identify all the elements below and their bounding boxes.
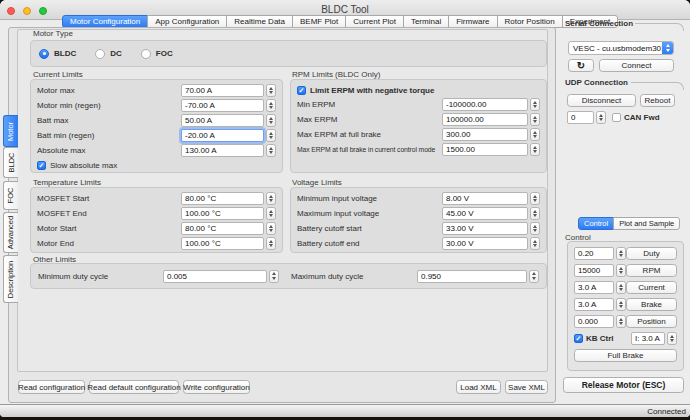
stepper[interactable]: [266, 84, 276, 97]
write-configuration-button[interactable]: Write configuration: [183, 380, 250, 394]
window-title: BLDC Tool: [0, 4, 690, 15]
can-fwd-label: CAN Fwd: [624, 113, 660, 122]
field-label: Max ERPM at full brake in current contro…: [297, 146, 442, 153]
side-tab-foc[interactable]: FOC: [3, 181, 18, 210]
stepper[interactable]: [529, 270, 539, 283]
mosfet-start-input[interactable]: 80.00 °C: [181, 192, 264, 205]
stepper[interactable]: [266, 237, 276, 250]
batt-min-regen-input[interactable]: -20.00 A: [181, 129, 264, 142]
radio-dc[interactable]: [95, 49, 105, 59]
combo-arrows-icon: [662, 42, 673, 54]
brake-input[interactable]: 3.0 A: [574, 298, 614, 311]
save-xml-button[interactable]: Save XML: [505, 380, 548, 394]
absolute-max-input[interactable]: 130.00 A: [181, 144, 264, 157]
side-tab-description[interactable]: Description: [3, 255, 18, 303]
duty-input[interactable]: 0.20: [574, 247, 614, 260]
position-input[interactable]: 0.000: [574, 315, 614, 328]
motor-end-input[interactable]: 100.00 °C: [181, 237, 264, 250]
other-limits-group: Minimum duty cycle 0.005 Maximum duty cy…: [30, 263, 547, 289]
radio-foc[interactable]: [141, 49, 151, 59]
stepper[interactable]: [530, 113, 540, 126]
tab-plot-and-sample[interactable]: Plot and Sample: [613, 217, 680, 230]
limit-erpm-checkbox[interactable]: ✓: [297, 86, 306, 95]
max-duty-cycle-input[interactable]: 0.950: [417, 270, 527, 283]
min-erpm-input[interactable]: -100000.00: [442, 98, 528, 111]
stepper[interactable]: [616, 315, 626, 328]
stepper[interactable]: [266, 99, 276, 112]
can-fwd-checkbox[interactable]: [612, 113, 621, 122]
stepper[interactable]: [616, 298, 626, 311]
disconnect-button[interactable]: Disconnect: [567, 94, 636, 107]
stepper[interactable]: [530, 237, 540, 250]
position-button[interactable]: Position: [626, 315, 677, 328]
max-erpm-full-brake-input[interactable]: 300.00: [442, 128, 528, 141]
current-button[interactable]: Current: [626, 281, 677, 294]
udp-connection-group-label: UDP Connection: [565, 78, 628, 87]
stepper[interactable]: [667, 332, 677, 345]
stepper[interactable]: [266, 222, 276, 235]
motor-max-input[interactable]: 70.00 A: [181, 84, 264, 97]
read-default-configuration-button[interactable]: Read default configuration: [89, 380, 179, 394]
stepper[interactable]: [269, 270, 279, 283]
radio-bldc-label: BLDC: [54, 49, 76, 58]
can-id-input[interactable]: 0: [567, 111, 594, 124]
stepper[interactable]: [530, 98, 540, 111]
check-icon: ✓: [299, 87, 305, 94]
stepper[interactable]: [596, 111, 606, 124]
field-label: Motor max: [37, 86, 181, 95]
stepper[interactable]: [530, 222, 540, 235]
reboot-button[interactable]: Reboot: [640, 94, 675, 107]
full-brake-button[interactable]: Full Brake: [574, 349, 677, 362]
side-tab-advanced[interactable]: Advanced: [3, 212, 18, 253]
radio-bldc[interactable]: [39, 49, 49, 59]
max-erpm-input[interactable]: 100000.00: [442, 113, 528, 126]
battery-cutoff-end-input[interactable]: 30.00 V: [442, 237, 528, 250]
refresh-icon: ↻: [577, 61, 585, 71]
stepper[interactable]: [266, 144, 276, 157]
mosfet-end-input[interactable]: 100.00 °C: [181, 207, 264, 220]
stepper[interactable]: [616, 281, 626, 294]
stepper[interactable]: [266, 129, 276, 142]
motor-min-regen-input[interactable]: -70.00 A: [181, 99, 264, 112]
field-label: Motor min (regen): [37, 101, 181, 110]
release-motor-button[interactable]: Release Motor (ESC): [563, 377, 684, 393]
stepper[interactable]: [616, 247, 626, 260]
read-configuration-button[interactable]: Read configuration: [18, 380, 85, 394]
stepper[interactable]: [530, 143, 540, 156]
stepper[interactable]: [266, 114, 276, 127]
kb-ctrl-checkbox[interactable]: ✓: [574, 334, 583, 343]
battery-cutoff-start-input[interactable]: 33.00 V: [442, 222, 528, 235]
min-input-voltage-input[interactable]: 8.00 V: [442, 192, 528, 205]
serial-port-value: VESC - cu.usbmodem301: [573, 44, 662, 53]
kb-current-input[interactable]: I: 3.0 A: [631, 332, 665, 345]
stepper[interactable]: [530, 207, 540, 220]
min-duty-cycle-input[interactable]: 0.005: [163, 270, 267, 283]
field-label: Batt max: [37, 116, 181, 125]
duty-button[interactable]: Duty: [626, 247, 677, 260]
rpm-input[interactable]: 15000: [574, 264, 614, 277]
brake-button[interactable]: Brake: [626, 298, 677, 311]
tab-control[interactable]: Control: [578, 217, 614, 230]
serial-port-combobox[interactable]: VESC - cu.usbmodem301: [568, 41, 674, 55]
stepper[interactable]: [266, 207, 276, 220]
radio-dc-label: DC: [110, 49, 122, 58]
connect-button[interactable]: Connect: [599, 59, 674, 72]
current-input[interactable]: 3.0 A: [574, 281, 614, 294]
field-label: Max ERPM at full brake: [297, 130, 442, 139]
stepper[interactable]: [530, 192, 540, 205]
motor-start-input[interactable]: 80.00 °C: [181, 222, 264, 235]
max-input-voltage-input[interactable]: 45.00 V: [442, 207, 528, 220]
side-tab-bldc[interactable]: BLDC: [3, 147, 18, 178]
load-xml-button[interactable]: Load XML: [456, 380, 501, 394]
rpm-button[interactable]: RPM: [626, 264, 677, 277]
side-tab-motor[interactable]: Motor: [3, 115, 18, 147]
field-label: Minimum input voltage: [297, 194, 442, 203]
field-label: Maximum input voltage: [297, 209, 442, 218]
batt-max-input[interactable]: 50.00 A: [181, 114, 264, 127]
slow-absolute-max-checkbox[interactable]: ✓: [37, 161, 46, 170]
stepper[interactable]: [616, 264, 626, 277]
refresh-serial-button[interactable]: ↻: [568, 59, 594, 72]
max-erpm-full-brake-cc-input[interactable]: 1500.00: [442, 143, 528, 156]
stepper[interactable]: [530, 128, 540, 141]
stepper[interactable]: [266, 192, 276, 205]
